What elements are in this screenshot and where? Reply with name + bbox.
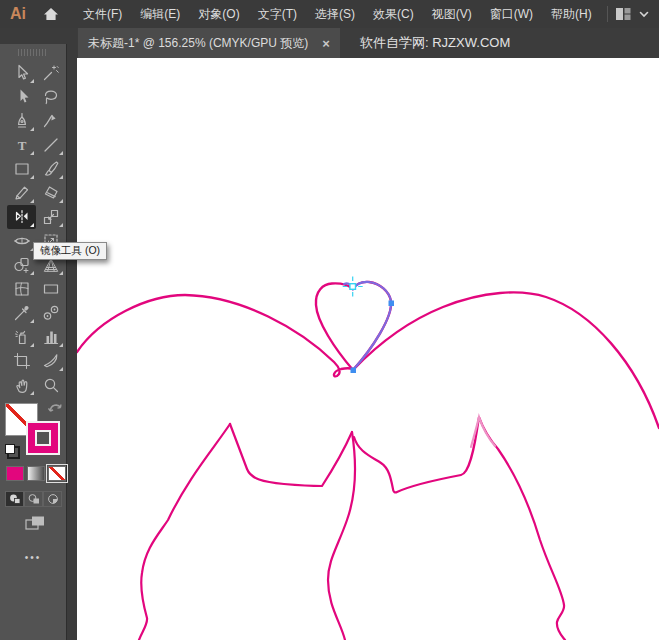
symbol-sprayer-tool[interactable] [7,325,36,349]
tab-close-icon[interactable]: × [322,36,330,51]
menu-type[interactable]: 文字(T) [249,0,306,28]
menu-object[interactable]: 对象(O) [189,0,248,28]
document-tab-title: 未标题-1* @ 156.25% (CMYK/GPU 预览) [88,35,308,52]
edit-toolbar-button[interactable]: ••• [0,552,66,563]
gradient-tool[interactable] [36,277,65,301]
chevron-down-icon[interactable] [639,11,649,18]
paintbrush-tool[interactable] [36,157,65,181]
left-tail-path[interactable] [77,295,353,376]
reflect-tool[interactable] [7,205,36,229]
pencil-tool[interactable] [7,181,36,205]
apply-color-buttons [6,466,66,481]
tooltip: 镜像工具 (O) [33,242,107,260]
menu-view[interactable]: 视图(V) [423,0,481,28]
width-tool[interactable] [7,229,36,253]
divider [607,6,608,22]
curvature-tool[interactable] [36,109,65,133]
draw-inside-button[interactable] [43,491,62,507]
pen-tool[interactable] [7,109,36,133]
direct-selection-tool[interactable] [7,85,36,109]
artboard-tool[interactable] [7,349,36,373]
right-tail-path[interactable] [353,292,659,428]
eyedropper-tool[interactable] [7,301,36,325]
menu-items: 文件(F) 编辑(E) 对象(O) 文字(T) 选择(S) 效果(C) 视图(V… [74,0,601,28]
column-graph-tool[interactable] [36,325,65,349]
left-column: T [0,28,77,640]
anchor-point[interactable] [351,368,357,374]
apply-color-button[interactable] [6,466,24,481]
slice-tool[interactable] [36,349,65,373]
swap-fill-stroke-icon[interactable] [48,400,63,418]
menu-file[interactable]: 文件(F) [74,0,131,28]
line-segment-tool[interactable] [36,133,65,157]
mesh-tool[interactable] [7,277,36,301]
stroke-swatch[interactable] [26,421,60,455]
tab-bar: « 未标题-1* @ 156.25% (CMYK/GPU 预览) × 软件自学网… [0,28,659,58]
left-cat-head-path[interactable] [230,424,352,486]
menu-window[interactable]: 窗口(W) [481,0,542,28]
home-icon[interactable] [42,5,60,23]
watermark-text: 软件自学网: RJZXW.COM [360,28,510,58]
lasso-tool[interactable] [36,85,65,109]
right-cat-path[interactable] [354,417,565,640]
canvas[interactable] [77,58,659,640]
left-cat-chest-path[interactable] [328,432,355,640]
menu-edit[interactable]: 编辑(E) [131,0,189,28]
document-tab[interactable]: 未标题-1* @ 156.25% (CMYK/GPU 预览) × [78,28,340,58]
rectangle-tool[interactable] [7,157,36,181]
magic-wand-tool[interactable] [36,61,65,85]
screen-mode-button[interactable] [24,515,46,535]
menu-bar: Ai 文件(F) 编辑(E) 对象(O) 文字(T) 选择(S) 效果(C) 视… [0,0,659,28]
apply-gradient-button[interactable] [27,466,45,481]
menu-select[interactable]: 选择(S) [306,0,364,28]
apply-none-button[interactable] [48,466,66,481]
type-tool[interactable]: T [7,133,36,157]
workspace-switcher-icon[interactable] [614,5,633,23]
anchor-highlight[interactable] [343,277,363,297]
hand-tool[interactable] [7,373,36,397]
zoom-tool[interactable] [36,373,65,397]
scale-tool[interactable] [36,205,65,229]
app-logo: Ai [10,5,26,23]
menu-help[interactable]: 帮助(H) [542,0,601,28]
shape-builder-tool[interactable] [7,253,36,277]
draw-behind-button[interactable] [24,491,43,507]
svg-text:T: T [17,138,26,153]
menu-effect[interactable]: 效果(C) [364,0,423,28]
anchor-point[interactable] [389,301,395,307]
default-fill-stroke-icon[interactable] [5,444,20,459]
draw-normal-button[interactable] [5,491,24,507]
artwork [77,58,659,640]
left-cat-back-path[interactable] [139,424,230,640]
illustrator-window: Ai 文件(F) 编辑(E) 对象(O) 文字(T) 选择(S) 效果(C) 视… [0,0,659,640]
blend-tool[interactable] [36,301,65,325]
eraser-tool[interactable] [36,181,65,205]
selection-tool[interactable] [7,61,36,85]
panel-grip[interactable] [18,49,48,56]
tools-panel: T [0,44,67,640]
drawing-mode-buttons [5,491,62,507]
